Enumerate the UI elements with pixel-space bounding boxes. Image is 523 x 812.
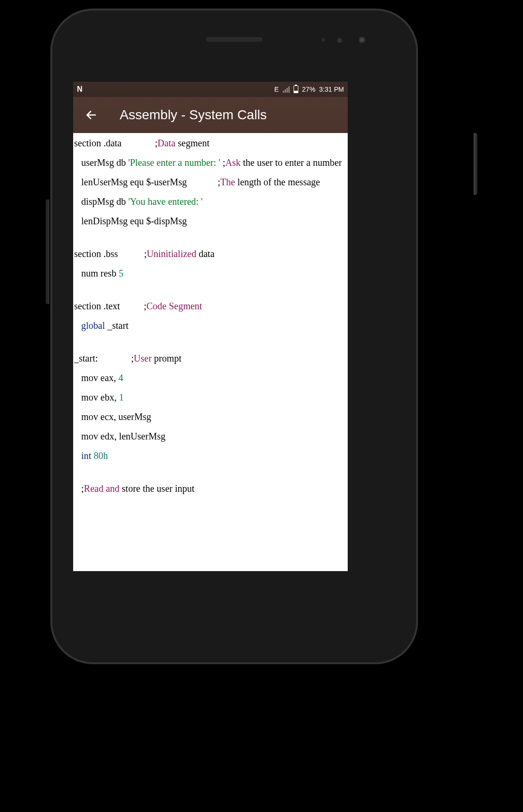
phone-sensor bbox=[337, 38, 342, 43]
phone-volume-button bbox=[46, 200, 49, 304]
battery-percent: 27% bbox=[302, 86, 315, 93]
code-line: mov edx, lenUserMsg bbox=[74, 430, 347, 443]
phone-front-camera bbox=[358, 36, 366, 44]
status-bar: N E 27% 3:31 PM bbox=[73, 82, 348, 97]
code-line: mov ebx, 1 bbox=[74, 391, 347, 404]
blank-line bbox=[74, 339, 347, 345]
code-line: _start: ;User prompt bbox=[74, 352, 347, 365]
blank-line bbox=[74, 287, 347, 293]
code-line: num resb 5 bbox=[74, 267, 347, 280]
code-line: dispMsg db 'You have entered: ' bbox=[74, 195, 347, 208]
code-content[interactable]: section .data ;Data segment userMsg db '… bbox=[73, 133, 348, 506]
android-n-icon: N bbox=[77, 85, 83, 94]
code-line: ;Read and store the user input bbox=[74, 482, 347, 495]
code-line: section .bss ;Uninitialized data bbox=[74, 248, 347, 260]
code-line: global _start bbox=[74, 319, 347, 332]
back-button[interactable] bbox=[85, 108, 98, 122]
code-line: userMsg db 'Please enter a number: ' ;As… bbox=[74, 156, 347, 169]
phone-power-button bbox=[474, 133, 477, 195]
code-line: lenUserMsg equ $-userMsg ;The length of … bbox=[74, 176, 347, 189]
phone-speaker bbox=[206, 37, 263, 42]
battery-icon bbox=[294, 86, 298, 93]
network-type: E bbox=[274, 86, 278, 93]
code-line: mov eax, 4 bbox=[74, 372, 347, 384]
code-line: mov ecx, userMsg bbox=[74, 411, 347, 423]
clock: 3:31 PM bbox=[319, 86, 344, 93]
phone-sensor bbox=[322, 38, 325, 42]
app-bar: Assembly - System Calls bbox=[73, 97, 348, 133]
blank-line bbox=[74, 469, 347, 476]
page-title: Assembly - System Calls bbox=[120, 107, 267, 123]
code-line: int 80h bbox=[74, 449, 347, 462]
blank-line bbox=[74, 234, 347, 241]
code-line: section .text ;Code Segment bbox=[74, 300, 347, 313]
code-line: lenDispMsg equ $-dispMsg bbox=[74, 215, 347, 228]
content-footer-space bbox=[73, 506, 348, 539]
code-line: section .data ;Data segment bbox=[74, 137, 347, 150]
screen: N E 27% 3:31 PM Assembly - System Calls … bbox=[73, 82, 348, 571]
signal-icon bbox=[283, 86, 290, 93]
back-arrow-icon bbox=[85, 109, 97, 121]
